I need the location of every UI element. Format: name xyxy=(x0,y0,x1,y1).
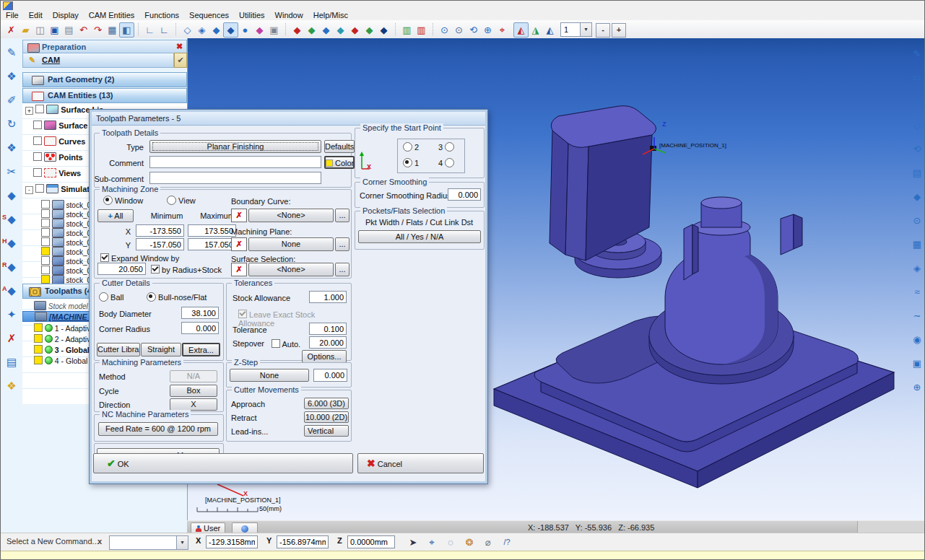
delete-toolpath-icon[interactable]: ✗ xyxy=(3,330,20,347)
material-view-icon[interactable]: ◆ xyxy=(252,22,267,38)
lead-ins-button[interactable]: Vertical xyxy=(304,425,349,437)
view-rotate-z-icon[interactable]: ◆ xyxy=(376,22,391,38)
grid-icon[interactable]: ▦ xyxy=(105,22,120,38)
expand-window-checkbox[interactable]: Expand Window by xyxy=(100,253,179,263)
comment-input[interactable] xyxy=(149,156,321,168)
pockets-all-button[interactable]: All / Yes / N/A xyxy=(358,230,481,243)
view-rotate-y-icon[interactable]: ◆ xyxy=(362,22,377,38)
save-icon[interactable]: ▣ xyxy=(47,22,62,38)
hidden-line-view-icon[interactable]: ◈ xyxy=(194,22,209,38)
item-checkbox[interactable] xyxy=(41,200,50,209)
direction-button[interactable]: X xyxy=(170,398,217,411)
rotate-tool-icon[interactable]: ⟲ xyxy=(910,142,924,157)
rough-tool-icon[interactable]: R◆ xyxy=(3,258,20,276)
panel-header-cam[interactable]: ✎ CAM xyxy=(22,53,174,68)
edit-part-tool-icon[interactable]: ✐ xyxy=(3,92,20,109)
axis-machine-icon[interactable]: ∟ xyxy=(157,22,172,38)
circle-tool-icon[interactable]: ○ xyxy=(910,95,924,109)
sketch-tool-icon[interactable]: ✎ xyxy=(910,47,924,61)
mesh-tool-icon[interactable]: ▦ xyxy=(910,237,924,252)
wave-tool-icon[interactable]: ≈ xyxy=(910,285,924,299)
item-checkbox[interactable] xyxy=(41,247,50,255)
prepare-tool-icon[interactable]: ✎ xyxy=(3,44,20,61)
screen-list-green-icon[interactable]: ▥ xyxy=(399,22,414,38)
feed-rate-button[interactable]: Feed Rate = 600 @ 1200 rpm xyxy=(98,422,218,436)
menu-edit[interactable]: Edit xyxy=(24,10,48,20)
radio-icon[interactable] xyxy=(147,292,156,302)
section-cam-entities[interactable]: CAM Entities (13) xyxy=(22,88,187,103)
surface-clear-button[interactable]: ✗ xyxy=(231,263,247,276)
view-iso-2-icon[interactable]: ◆ xyxy=(304,22,319,38)
surface-browse-button[interactable]: ... xyxy=(335,263,349,276)
save-part-icon[interactable]: ◫ xyxy=(32,22,48,38)
ok-button[interactable]: ✔ OK xyxy=(93,453,353,473)
cam-confirm-button[interactable]: ✔ xyxy=(174,53,187,68)
start-point-3[interactable]: 3 xyxy=(438,142,454,152)
sphere-view-icon[interactable]: ● xyxy=(238,22,253,38)
menu-help[interactable]: Help/Misc xyxy=(308,10,353,20)
radio-icon[interactable] xyxy=(103,196,113,205)
star-part-tool-icon[interactable]: ❖ xyxy=(3,377,20,395)
table-list-tool-icon[interactable]: ▤ xyxy=(3,354,20,371)
color-select-icon[interactable]: ❂ xyxy=(461,535,477,549)
solid-view-icon[interactable]: ◆ xyxy=(209,22,224,38)
radio-icon[interactable] xyxy=(403,158,412,167)
straight-button[interactable]: Straight xyxy=(141,343,181,356)
expand-value-input[interactable] xyxy=(97,263,146,275)
options-button[interactable]: Options... xyxy=(302,350,347,363)
viewport-layout-icon[interactable]: ◧ xyxy=(119,22,134,38)
y-min-input[interactable] xyxy=(136,238,184,250)
rectangle-tool-icon[interactable]: ▭ xyxy=(910,71,924,85)
item-checkbox[interactable] xyxy=(33,121,42,129)
menu-file[interactable]: File xyxy=(1,10,24,20)
zone-all-button[interactable]: + All xyxy=(97,209,134,222)
start-point-4[interactable]: 4 xyxy=(438,158,454,167)
retract-button[interactable]: 10.000 (2D) xyxy=(304,411,349,423)
panel-tool-icon[interactable]: ▣ xyxy=(910,356,924,371)
view-rotate-x-icon[interactable]: ◆ xyxy=(347,22,362,38)
defaults-button[interactable]: Defaults xyxy=(324,140,355,153)
menu-window[interactable]: Window xyxy=(270,10,308,20)
polygon-tool-icon[interactable]: ◇ xyxy=(910,118,924,133)
tolerance-input[interactable] xyxy=(309,323,347,335)
item-checkbox[interactable] xyxy=(33,168,42,177)
stepover-input[interactable] xyxy=(309,336,347,349)
surface-tool-icon[interactable]: ❖ xyxy=(3,139,20,157)
panel-header-preparation[interactable]: Preparation ✖ xyxy=(22,40,187,53)
command-dropdown[interactable]: ▾ xyxy=(109,535,188,550)
corner-radius-input[interactable] xyxy=(181,322,219,334)
item-checkbox[interactable] xyxy=(41,209,50,218)
curve-tool-icon[interactable]: ∼ xyxy=(910,309,924,323)
start-point-1[interactable]: 1 xyxy=(403,158,419,167)
axis-uv-icon[interactable]: ∟ xyxy=(142,22,157,38)
radio-icon[interactable] xyxy=(445,158,454,167)
section-part-geometry[interactable]: Part Geometry (2) xyxy=(22,72,187,87)
item-checkbox[interactable] xyxy=(41,219,50,227)
chevron-down-icon[interactable]: ▾ xyxy=(176,536,188,549)
open-file-icon[interactable]: ▰ xyxy=(18,22,33,38)
view-iso-3-icon[interactable]: ◆ xyxy=(318,22,334,38)
cursor-select-icon[interactable]: ➤ xyxy=(405,535,421,549)
item-checkbox[interactable] xyxy=(34,356,43,364)
item-checkbox[interactable] xyxy=(41,266,50,274)
pan-icon[interactable]: ⟲ xyxy=(466,22,481,38)
y-max-input[interactable] xyxy=(188,238,236,250)
window-radio[interactable]: Window xyxy=(103,196,143,205)
sphere-tab[interactable] xyxy=(232,522,258,533)
plane-clear-button[interactable]: ✗ xyxy=(231,237,247,251)
x-min-input[interactable] xyxy=(136,224,184,237)
type-button[interactable]: Planar Finishing xyxy=(149,140,321,153)
cancel-button[interactable]: ✖ Cancel xyxy=(357,453,484,473)
sparkle-tool-icon[interactable]: ✦ xyxy=(3,306,20,323)
holder-tool-icon[interactable]: H◆ xyxy=(3,235,20,252)
curve-edit-tool-icon[interactable]: ↻ xyxy=(3,115,20,133)
machining-plane-button[interactable]: None xyxy=(248,237,334,251)
dynamic-rotate-icon[interactable]: ⊕ xyxy=(480,22,495,38)
machine-setup-icon[interactable]: ◮ xyxy=(528,22,543,38)
expander-icon[interactable]: + xyxy=(25,107,33,115)
plane-browse-button[interactable]: ... xyxy=(335,237,349,251)
method-button[interactable]: N/A xyxy=(170,370,217,382)
center-target-icon[interactable]: ⌖ xyxy=(495,22,510,38)
extra-button[interactable]: Extra... xyxy=(182,343,220,356)
zoom-previous-icon[interactable]: ⊙ xyxy=(451,22,466,38)
